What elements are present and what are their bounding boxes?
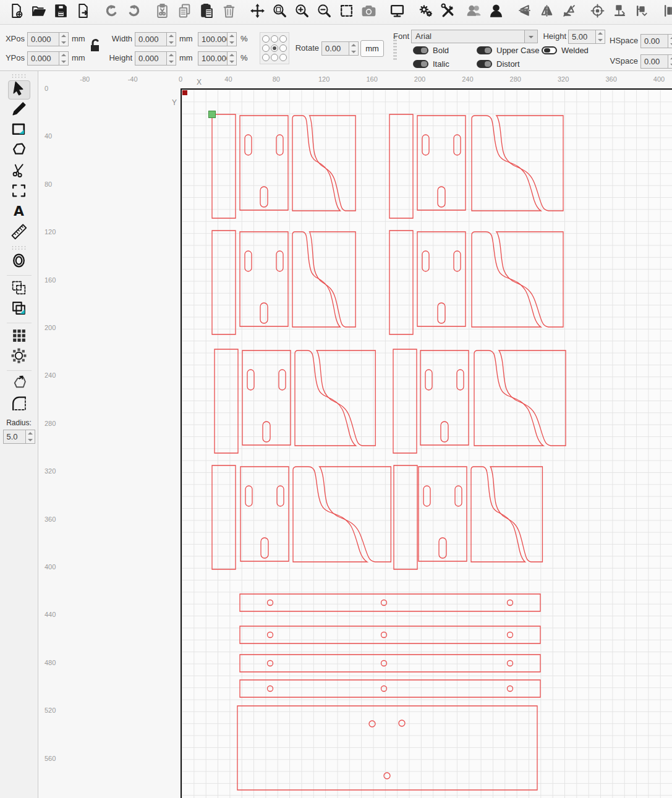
- text-height-spinner[interactable]: [595, 30, 605, 43]
- redo-button[interactable]: [124, 2, 143, 22]
- delete-button[interactable]: [219, 2, 238, 22]
- anchor-center[interactable]: [271, 45, 278, 52]
- text-height-value[interactable]: 5.00: [569, 30, 595, 43]
- tool-offset-path[interactable]: [8, 375, 30, 394]
- vspace-field[interactable]: 0.00: [640, 54, 672, 69]
- height-value[interactable]: 0.000: [135, 52, 166, 65]
- unit-mm-button[interactable]: mm: [360, 40, 384, 57]
- center-point-button[interactable]: [588, 2, 606, 22]
- height-spinner[interactable]: [166, 52, 176, 65]
- tool-ruler[interactable]: [8, 223, 30, 242]
- vspace-spinner[interactable]: [668, 55, 672, 68]
- anchor-middle-right[interactable]: [279, 45, 287, 52]
- anchor-point-grid[interactable]: [260, 32, 289, 64]
- scissors-icon: [11, 162, 27, 181]
- zoom-out-button[interactable]: [315, 2, 333, 22]
- pan-button[interactable]: [248, 2, 266, 22]
- ypos-spinner[interactable]: [59, 52, 68, 65]
- ypos-value[interactable]: 0.000: [28, 52, 59, 65]
- tools-button[interactable]: [438, 2, 457, 22]
- rotate-value[interactable]: 0.00: [322, 42, 349, 55]
- hspace-value[interactable]: 0.00: [641, 35, 668, 48]
- work-area[interactable]: [181, 88, 672, 798]
- tool-rectangle[interactable]: [8, 121, 30, 140]
- open-folder-button[interactable]: [29, 2, 48, 22]
- radius-spinner[interactable]: [25, 430, 35, 443]
- vspace-value[interactable]: 0.00: [641, 55, 668, 68]
- width-spinner[interactable]: [166, 33, 176, 46]
- width-scale-spinner[interactable]: [227, 33, 236, 46]
- marquee-button[interactable]: [337, 2, 355, 22]
- height-scale-spinner[interactable]: [227, 52, 236, 65]
- xpos-field[interactable]: 0.000: [27, 32, 69, 46]
- align-horizontal-button[interactable]: [610, 2, 629, 22]
- undo-button[interactable]: [102, 2, 121, 22]
- hspace-spinner[interactable]: [668, 35, 672, 48]
- flip-horizontal-button[interactable]: [537, 2, 556, 22]
- welded-toggle[interactable]: Welded: [542, 46, 589, 55]
- width-field[interactable]: 0.000: [135, 32, 176, 46]
- tool-polygon[interactable]: [8, 142, 30, 161]
- anchor-top-left[interactable]: [262, 35, 270, 43]
- copy-button[interactable]: [175, 2, 194, 22]
- tool-pencil[interactable]: [8, 101, 30, 120]
- hspace-field[interactable]: 0.00: [640, 34, 672, 48]
- tool-select[interactable]: [8, 80, 30, 100]
- tool-text[interactable]: A: [8, 203, 30, 222]
- anchor-bottom-right[interactable]: [279, 54, 287, 61]
- lock-icon[interactable]: [89, 38, 103, 56]
- xpos-spinner[interactable]: [59, 33, 68, 46]
- width-value[interactable]: 0.000: [135, 33, 166, 46]
- rotate-field[interactable]: 0.00: [321, 41, 359, 56]
- text-height-field[interactable]: 5.00: [568, 30, 605, 44]
- width-scale-value[interactable]: 100.000: [198, 33, 227, 46]
- tool-ellipse[interactable]: [8, 252, 30, 271]
- save-button[interactable]: [51, 2, 70, 22]
- camera-button[interactable]: [359, 2, 378, 22]
- tool-scissors[interactable]: [8, 162, 30, 181]
- font-combobox[interactable]: Arial: [411, 30, 538, 43]
- user-button[interactable]: [487, 2, 505, 22]
- tool-group[interactable]: [8, 279, 30, 299]
- height-field[interactable]: 0.000: [135, 51, 176, 66]
- settings-button[interactable]: [416, 2, 435, 22]
- zoom-in-button[interactable]: [292, 2, 311, 22]
- align-vertical-button[interactable]: [632, 2, 651, 22]
- tool-node-edit[interactable]: [8, 182, 30, 202]
- tool-fillet[interactable]: [8, 395, 30, 414]
- distort-toggle[interactable]: Distort: [477, 59, 520, 69]
- distribute-horizontal-button[interactable]: [661, 2, 672, 22]
- svg-text:A: A: [14, 203, 24, 219]
- anchor-bottom-left[interactable]: [262, 54, 270, 61]
- ypos-field[interactable]: 0.000: [27, 51, 69, 66]
- xpos-value[interactable]: 0.000: [28, 33, 59, 46]
- bold-toggle[interactable]: Bold: [413, 46, 449, 55]
- export-button[interactable]: [74, 2, 92, 22]
- ypos-label: YPos: [4, 53, 25, 62]
- radius-value[interactable]: 5.0: [4, 430, 25, 443]
- radius-field[interactable]: 5.0: [3, 430, 35, 444]
- selection-handle[interactable]: [209, 111, 216, 118]
- users-button[interactable]: [464, 2, 483, 22]
- paste-button[interactable]: [197, 2, 216, 22]
- rotate-spinner[interactable]: [349, 42, 358, 55]
- zoom-fit-button[interactable]: [270, 2, 289, 22]
- display-button[interactable]: [388, 2, 406, 22]
- anchor-top-center[interactable]: [271, 35, 278, 43]
- anchor-top-right[interactable]: [279, 35, 287, 43]
- anchor-middle-left[interactable]: [262, 45, 270, 52]
- tool-array-grid[interactable]: [8, 327, 30, 346]
- tool-boolean-weld[interactable]: [8, 300, 30, 319]
- tool-array-circular[interactable]: [8, 347, 30, 367]
- italic-toggle[interactable]: Italic: [413, 59, 449, 69]
- font-dropdown-arrow[interactable]: [524, 30, 537, 43]
- mirror-diagonal-button[interactable]: [559, 2, 578, 22]
- anchor-bottom-center[interactable]: [271, 54, 278, 61]
- uppercase-toggle[interactable]: Upper Case: [477, 46, 539, 55]
- new-file-button[interactable]: [7, 2, 25, 22]
- flip-vertical-button[interactable]: [515, 2, 534, 22]
- cut-button[interactable]: [153, 2, 171, 22]
- width-scale-field[interactable]: 100.000: [198, 32, 237, 46]
- height-scale-value[interactable]: 100.000: [198, 52, 227, 65]
- height-scale-field[interactable]: 100.000: [198, 51, 237, 66]
